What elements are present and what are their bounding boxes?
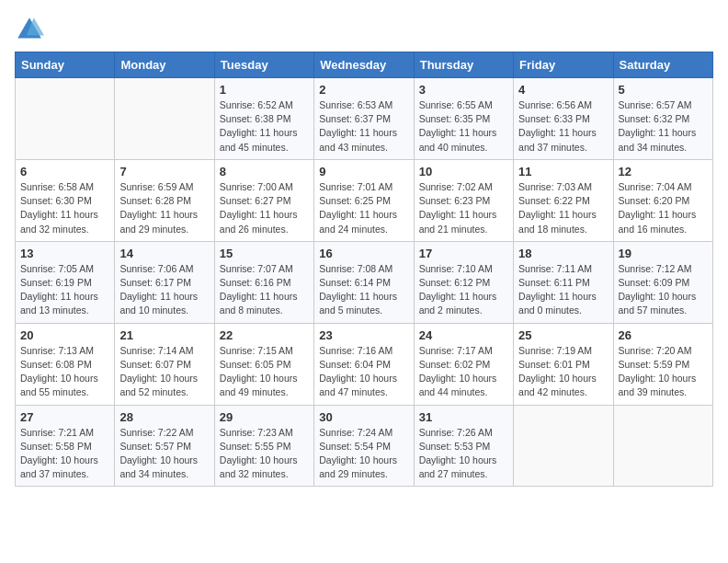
day-number: 21 [119, 328, 209, 342]
day-number: 5 [619, 83, 708, 97]
day-number: 13 [20, 247, 109, 260]
day-info: Sunrise: 7:11 AMSunset: 6:11 PMDaylight:… [518, 262, 608, 318]
calendar-cell: 13Sunrise: 7:05 AMSunset: 6:19 PMDayligh… [16, 241, 115, 323]
day-number: 31 [419, 410, 508, 424]
weekday-header: Wednesday [314, 52, 414, 78]
day-number: 8 [220, 165, 309, 178]
day-info: Sunrise: 6:58 AMSunset: 6:30 PMDaylight:… [20, 180, 109, 236]
calendar-cell [613, 405, 712, 487]
weekday-header: Monday [115, 52, 214, 78]
calendar-cell: 7Sunrise: 6:59 AMSunset: 6:28 PMDaylight… [115, 159, 214, 241]
day-number: 12 [619, 165, 708, 178]
day-number: 9 [319, 165, 408, 178]
day-number: 30 [319, 410, 408, 424]
logo [15, 15, 48, 44]
day-number: 25 [518, 328, 608, 342]
day-number: 1 [220, 83, 309, 97]
calendar-week-row: 20Sunrise: 7:13 AMSunset: 6:08 PMDayligh… [16, 323, 713, 405]
day-info: Sunrise: 7:23 AMSunset: 5:55 PMDaylight:… [220, 426, 309, 482]
page-header [15, 15, 713, 44]
day-number: 23 [319, 328, 408, 342]
calendar-cell: 23Sunrise: 7:16 AMSunset: 6:04 PMDayligh… [314, 323, 414, 405]
calendar-cell: 14Sunrise: 7:06 AMSunset: 6:17 PMDayligh… [115, 241, 214, 323]
day-number: 17 [419, 247, 508, 260]
day-number: 22 [220, 328, 309, 342]
calendar-cell: 15Sunrise: 7:07 AMSunset: 6:16 PMDayligh… [214, 241, 313, 323]
calendar-cell: 10Sunrise: 7:02 AMSunset: 6:23 PMDayligh… [414, 159, 513, 241]
day-info: Sunrise: 7:13 AMSunset: 6:08 PMDaylight:… [20, 344, 109, 400]
day-number: 14 [119, 247, 209, 260]
day-info: Sunrise: 7:21 AMSunset: 5:58 PMDaylight:… [20, 426, 109, 482]
calendar-week-row: 6Sunrise: 6:58 AMSunset: 6:30 PMDaylight… [16, 159, 713, 241]
weekday-header: Saturday [613, 52, 712, 78]
day-number: 18 [518, 247, 608, 260]
day-number: 16 [319, 247, 408, 260]
day-info: Sunrise: 7:20 AMSunset: 5:59 PMDaylight:… [619, 344, 708, 400]
day-info: Sunrise: 6:56 AMSunset: 6:33 PMDaylight:… [518, 98, 608, 155]
day-number: 27 [20, 410, 109, 424]
day-info: Sunrise: 7:19 AMSunset: 6:01 PMDaylight:… [518, 344, 608, 400]
weekday-header: Tuesday [214, 52, 313, 78]
day-number: 7 [119, 165, 209, 178]
logo-icon [15, 15, 44, 44]
day-number: 15 [220, 247, 309, 260]
calendar-cell: 17Sunrise: 7:10 AMSunset: 6:12 PMDayligh… [414, 241, 513, 323]
weekday-header: Friday [514, 52, 613, 78]
calendar-cell: 18Sunrise: 7:11 AMSunset: 6:11 PMDayligh… [514, 241, 613, 323]
weekday-header: Sunday [16, 52, 115, 78]
day-info: Sunrise: 6:57 AMSunset: 6:32 PMDaylight:… [619, 98, 708, 155]
calendar-cell: 31Sunrise: 7:26 AMSunset: 5:53 PMDayligh… [414, 405, 513, 487]
calendar-cell: 19Sunrise: 7:12 AMSunset: 6:09 PMDayligh… [613, 241, 712, 323]
calendar-cell: 29Sunrise: 7:23 AMSunset: 5:55 PMDayligh… [214, 405, 313, 487]
calendar-week-row: 1Sunrise: 6:52 AMSunset: 6:38 PMDaylight… [16, 78, 713, 160]
calendar-cell: 11Sunrise: 7:03 AMSunset: 6:22 PMDayligh… [514, 159, 613, 241]
weekday-row: SundayMondayTuesdayWednesdayThursdayFrid… [16, 52, 713, 78]
calendar-table: SundayMondayTuesdayWednesdayThursdayFrid… [15, 52, 713, 487]
calendar-cell: 25Sunrise: 7:19 AMSunset: 6:01 PMDayligh… [514, 323, 613, 405]
day-info: Sunrise: 7:12 AMSunset: 6:09 PMDaylight:… [619, 262, 708, 318]
day-number: 20 [20, 328, 109, 342]
day-number: 2 [319, 83, 408, 97]
calendar-cell: 3Sunrise: 6:55 AMSunset: 6:35 PMDaylight… [414, 78, 513, 160]
day-number: 4 [518, 83, 608, 97]
calendar-week-row: 27Sunrise: 7:21 AMSunset: 5:58 PMDayligh… [16, 405, 713, 487]
day-info: Sunrise: 7:00 AMSunset: 6:27 PMDaylight:… [220, 180, 309, 236]
calendar-header: SundayMondayTuesdayWednesdayThursdayFrid… [16, 52, 713, 78]
day-number: 6 [20, 165, 109, 178]
day-info: Sunrise: 6:59 AMSunset: 6:28 PMDaylight:… [119, 180, 209, 236]
day-info: Sunrise: 7:01 AMSunset: 6:25 PMDaylight:… [319, 180, 408, 236]
calendar-cell: 22Sunrise: 7:15 AMSunset: 6:05 PMDayligh… [214, 323, 313, 405]
calendar-cell [16, 78, 115, 160]
calendar-cell: 5Sunrise: 6:57 AMSunset: 6:32 PMDaylight… [613, 78, 712, 160]
day-info: Sunrise: 7:08 AMSunset: 6:14 PMDaylight:… [319, 262, 408, 318]
calendar-cell [514, 405, 613, 487]
day-number: 19 [619, 247, 708, 260]
calendar-cell: 9Sunrise: 7:01 AMSunset: 6:25 PMDaylight… [314, 159, 414, 241]
calendar-cell: 16Sunrise: 7:08 AMSunset: 6:14 PMDayligh… [314, 241, 414, 323]
calendar-cell: 2Sunrise: 6:53 AMSunset: 6:37 PMDaylight… [314, 78, 414, 160]
calendar-cell: 24Sunrise: 7:17 AMSunset: 6:02 PMDayligh… [414, 323, 513, 405]
calendar-cell: 6Sunrise: 6:58 AMSunset: 6:30 PMDaylight… [16, 159, 115, 241]
calendar-body: 1Sunrise: 6:52 AMSunset: 6:38 PMDaylight… [16, 78, 713, 487]
day-info: Sunrise: 7:24 AMSunset: 5:54 PMDaylight:… [319, 426, 408, 482]
day-info: Sunrise: 7:02 AMSunset: 6:23 PMDaylight:… [419, 180, 508, 236]
day-info: Sunrise: 7:04 AMSunset: 6:20 PMDaylight:… [619, 180, 708, 236]
day-info: Sunrise: 6:52 AMSunset: 6:38 PMDaylight:… [220, 98, 309, 155]
day-info: Sunrise: 6:55 AMSunset: 6:35 PMDaylight:… [419, 98, 508, 155]
calendar-cell: 20Sunrise: 7:13 AMSunset: 6:08 PMDayligh… [16, 323, 115, 405]
day-info: Sunrise: 7:05 AMSunset: 6:19 PMDaylight:… [20, 262, 109, 318]
day-info: Sunrise: 7:07 AMSunset: 6:16 PMDaylight:… [220, 262, 309, 318]
day-info: Sunrise: 7:15 AMSunset: 6:05 PMDaylight:… [220, 344, 309, 400]
calendar-cell: 12Sunrise: 7:04 AMSunset: 6:20 PMDayligh… [613, 159, 712, 241]
calendar-cell: 4Sunrise: 6:56 AMSunset: 6:33 PMDaylight… [514, 78, 613, 160]
calendar-cell: 1Sunrise: 6:52 AMSunset: 6:38 PMDaylight… [214, 78, 313, 160]
day-number: 11 [518, 165, 608, 178]
day-number: 24 [419, 328, 508, 342]
day-number: 26 [619, 328, 708, 342]
calendar-week-row: 13Sunrise: 7:05 AMSunset: 6:19 PMDayligh… [16, 241, 713, 323]
calendar-cell [115, 78, 214, 160]
calendar-cell: 28Sunrise: 7:22 AMSunset: 5:57 PMDayligh… [115, 405, 214, 487]
day-info: Sunrise: 7:03 AMSunset: 6:22 PMDaylight:… [518, 180, 608, 236]
day-info: Sunrise: 6:53 AMSunset: 6:37 PMDaylight:… [319, 98, 408, 155]
calendar-cell: 21Sunrise: 7:14 AMSunset: 6:07 PMDayligh… [115, 323, 214, 405]
